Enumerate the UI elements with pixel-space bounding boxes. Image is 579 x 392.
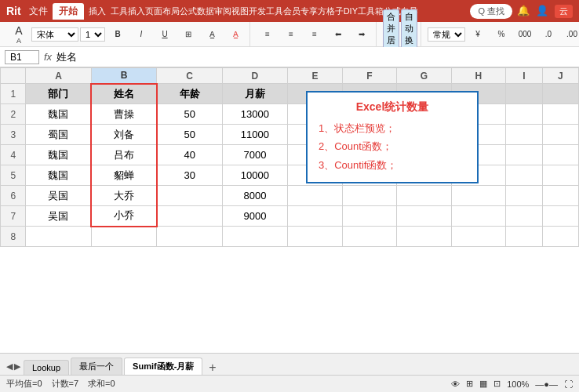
- font-select[interactable]: 宋体: [31, 27, 78, 42]
- cell-c7[interactable]: [157, 206, 222, 227]
- col-header-f[interactable]: F: [342, 68, 397, 84]
- menu-start[interactable]: 开始: [53, 3, 84, 20]
- cell-a8[interactable]: [26, 227, 91, 247]
- user-icon[interactable]: 👤: [536, 5, 548, 18]
- view-icon-4[interactable]: ⊡: [493, 379, 501, 389]
- cloud-icon[interactable]: 云: [555, 5, 573, 18]
- cell-b4[interactable]: 吕布: [91, 145, 156, 165]
- view-icon-3[interactable]: ▦: [479, 379, 487, 389]
- col-header-a[interactable]: A: [26, 68, 91, 84]
- cell-b6[interactable]: 大乔: [91, 186, 156, 206]
- cell-b5[interactable]: 貂蝉: [91, 165, 156, 186]
- cell-f8[interactable]: [342, 227, 397, 247]
- cell-b2[interactable]: 曹操: [91, 104, 156, 125]
- col-header-e[interactable]: E: [288, 68, 343, 84]
- cell-d5[interactable]: 10000: [222, 165, 287, 186]
- cell-j4[interactable]: [542, 145, 578, 165]
- cell-a4[interactable]: 魏国: [26, 145, 91, 165]
- cell-b7[interactable]: 小乔: [91, 206, 156, 227]
- cell-d8[interactable]: [222, 227, 287, 247]
- cell-a3[interactable]: 蜀国: [26, 125, 91, 145]
- cell-c4[interactable]: 40: [157, 145, 222, 165]
- cell-c3[interactable]: 50: [157, 125, 222, 145]
- cell-j7[interactable]: [542, 206, 578, 227]
- cell-c8[interactable]: [157, 227, 222, 247]
- cell-e6[interactable]: [288, 186, 343, 206]
- tab-next-btn[interactable]: ▶: [14, 361, 20, 372]
- cell-d4[interactable]: 7000: [222, 145, 287, 165]
- cell-i3[interactable]: [506, 125, 542, 145]
- cell-a6[interactable]: 吴国: [26, 186, 91, 206]
- cell-e7[interactable]: [288, 206, 343, 227]
- view-icon-2[interactable]: ⊞: [466, 379, 473, 389]
- col-header-h[interactable]: H: [451, 68, 506, 84]
- col-header-g[interactable]: G: [397, 68, 452, 84]
- cell-i4[interactable]: [506, 145, 542, 165]
- col-header-i[interactable]: I: [506, 68, 542, 84]
- cell-b1[interactable]: 姓名: [91, 84, 156, 104]
- dec-dec-btn[interactable]: .00: [561, 24, 579, 45]
- fullscreen-icon[interactable]: ⛶: [564, 379, 573, 389]
- add-sheet-btn[interactable]: +: [204, 361, 220, 375]
- number-format-select[interactable]: 常规: [428, 27, 465, 42]
- cell-f6[interactable]: [342, 186, 397, 206]
- align-left-btn[interactable]: ≡: [257, 24, 279, 45]
- menu-insert[interactable]: 插入: [89, 5, 106, 17]
- indent-dec-btn[interactable]: ⬅: [327, 24, 349, 45]
- comma-btn[interactable]: 000: [514, 24, 536, 45]
- menu-file[interactable]: 文件: [29, 5, 48, 18]
- cell-c2[interactable]: 50: [157, 104, 222, 125]
- align-center-btn[interactable]: ≡: [280, 24, 302, 45]
- cell-d2[interactable]: 13000: [222, 104, 287, 125]
- view-icon-1[interactable]: 👁: [451, 379, 460, 389]
- cell-e8[interactable]: [288, 227, 343, 247]
- cell-d7[interactable]: 9000: [222, 206, 287, 227]
- cell-g7[interactable]: [397, 206, 452, 227]
- cell-c5[interactable]: 30: [157, 165, 222, 186]
- cell-reference-input[interactable]: [5, 50, 39, 64]
- cell-i1[interactable]: [506, 84, 542, 104]
- col-header-c[interactable]: C: [157, 68, 222, 84]
- percent-btn[interactable]: %: [490, 24, 512, 45]
- col-header-j[interactable]: J: [542, 68, 578, 84]
- cell-g8[interactable]: [397, 227, 452, 247]
- cell-g6[interactable]: [397, 186, 452, 206]
- font-size-select[interactable]: 11: [80, 27, 105, 42]
- underline-btn[interactable]: U: [154, 24, 176, 45]
- cell-a2[interactable]: 魏国: [26, 104, 91, 125]
- cell-h8[interactable]: [451, 227, 506, 247]
- cell-b3[interactable]: 刘备: [91, 125, 156, 145]
- font-color-btn[interactable]: A̲: [224, 24, 246, 45]
- indent-inc-btn[interactable]: ➡: [351, 24, 373, 45]
- notification-icon[interactable]: 🔔: [517, 5, 530, 18]
- cell-d1[interactable]: 月薪: [222, 84, 287, 104]
- formula-input[interactable]: [56, 51, 574, 63]
- currency-btn[interactable]: ¥: [467, 24, 489, 45]
- cell-a7[interactable]: 吴国: [26, 206, 91, 227]
- cell-j8[interactable]: [542, 227, 578, 247]
- cell-j1[interactable]: [542, 84, 578, 104]
- sheet-tab-lookup[interactable]: Lookup: [24, 360, 69, 375]
- cell-f7[interactable]: [342, 206, 397, 227]
- col-header-d[interactable]: D: [222, 68, 287, 84]
- cell-d3[interactable]: 11000: [222, 125, 287, 145]
- cell-i7[interactable]: [506, 206, 542, 227]
- tab-prev-btn[interactable]: ◀: [6, 361, 13, 372]
- cell-b8[interactable]: [91, 227, 156, 247]
- cell-j5[interactable]: [542, 165, 578, 186]
- cell-j6[interactable]: [542, 186, 578, 206]
- cell-i5[interactable]: [506, 165, 542, 186]
- cell-c1[interactable]: 年龄: [157, 84, 222, 104]
- font-name-btn[interactable]: A A: [8, 24, 30, 45]
- fill-color-btn[interactable]: A̲: [201, 24, 223, 45]
- cell-d6[interactable]: 8000: [222, 186, 287, 206]
- cell-i8[interactable]: [506, 227, 542, 247]
- border-btn[interactable]: ⊞: [177, 24, 199, 45]
- dec-inc-btn[interactable]: .0: [537, 24, 559, 45]
- align-right-btn[interactable]: ≡: [304, 24, 326, 45]
- cell-a1[interactable]: 部门: [26, 84, 91, 104]
- sheet-tab-sumif[interactable]: Sumif函数-月薪: [124, 358, 202, 375]
- cell-c6[interactable]: [157, 186, 222, 206]
- cell-i6[interactable]: [506, 186, 542, 206]
- search-box[interactable]: Q 查找: [470, 4, 512, 19]
